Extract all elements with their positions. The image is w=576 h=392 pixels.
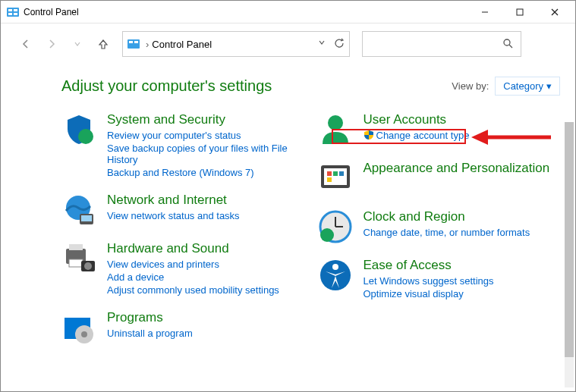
- category-system-security: System and Security Review your computer…: [61, 112, 304, 179]
- svg-rect-11: [134, 41, 138, 43]
- close-button[interactable]: [537, 1, 572, 24]
- svg-rect-6: [517, 9, 523, 15]
- category-hardware-sound: Hardware and Sound View devices and prin…: [61, 241, 304, 296]
- clock-icon[interactable]: [318, 209, 353, 244]
- category-link[interactable]: Add a device: [107, 271, 279, 283]
- globe-network-icon[interactable]: [61, 193, 96, 227]
- svg-point-22: [84, 262, 92, 270]
- refresh-icon[interactable]: [334, 38, 345, 51]
- svg-point-26: [81, 331, 87, 337]
- category-title[interactable]: Network and Internet: [107, 193, 240, 208]
- page-heading: Adjust your computer's settings: [61, 77, 272, 95]
- view-by-value: Category: [503, 80, 543, 92]
- view-by-control: View by: Category ▾: [452, 77, 560, 96]
- category-link[interactable]: View devices and printers: [107, 259, 279, 270]
- category-title[interactable]: Hardware and Sound: [107, 241, 279, 256]
- category-network-internet: Network and Internet View network status…: [61, 193, 304, 227]
- link-text: Change account type: [376, 130, 470, 141]
- category-link[interactable]: View network status and tasks: [107, 210, 240, 221]
- title-bar: Control Panel: [1, 1, 575, 24]
- category-clock-region: Clock and Region Change date, time, or n…: [318, 209, 561, 244]
- category-link[interactable]: Save backup copies of your files with Fi…: [107, 143, 304, 165]
- content-area: Adjust your computer's settings View by:…: [1, 60, 575, 391]
- chevron-down-icon: ▾: [546, 80, 552, 92]
- svg-rect-31: [333, 171, 338, 176]
- category-title[interactable]: User Accounts: [364, 112, 470, 127]
- svg-point-39: [332, 264, 338, 270]
- svg-rect-10: [129, 41, 133, 43]
- search-box[interactable]: [362, 31, 521, 57]
- chevron-down-icon[interactable]: [317, 38, 326, 51]
- category-link[interactable]: Let Windows suggest settings: [364, 275, 494, 287]
- svg-point-12: [504, 39, 510, 45]
- address-bar[interactable]: › Control Panel: [122, 31, 350, 57]
- vertical-scrollbar[interactable]: [565, 122, 574, 387]
- svg-point-37: [320, 228, 334, 242]
- svg-rect-29: [324, 168, 347, 185]
- search-icon: [502, 38, 513, 51]
- category-ease-of-access: Ease of Access Let Windows suggest setti…: [318, 258, 561, 300]
- category-link[interactable]: Uninstall a program: [107, 328, 193, 339]
- programs-icon[interactable]: [61, 310, 96, 345]
- category-title[interactable]: Clock and Region: [364, 209, 530, 224]
- category-title[interactable]: Appearance and Personalization: [364, 161, 550, 176]
- accessibility-icon[interactable]: [318, 258, 353, 293]
- view-by-label: View by:: [452, 80, 489, 92]
- svg-rect-2: [14, 9, 17, 11]
- category-link[interactable]: Backup and Restore (Windows 7): [107, 167, 304, 178]
- control-panel-icon: [7, 6, 19, 18]
- minimize-button[interactable]: [467, 1, 502, 24]
- user-account-icon[interactable]: [318, 112, 353, 147]
- category-link[interactable]: Adjust commonly used mobility settings: [107, 284, 279, 296]
- svg-rect-9: [127, 39, 140, 49]
- shield-security-icon[interactable]: [61, 112, 96, 147]
- svg-point-27: [328, 115, 343, 130]
- category-link[interactable]: Review your computer's status: [107, 130, 304, 141]
- up-button[interactable]: [92, 32, 115, 56]
- printer-hardware-icon[interactable]: [61, 241, 96, 276]
- chevron-right-icon[interactable]: ›: [146, 39, 149, 50]
- svg-rect-24: [65, 313, 90, 318]
- link-change-account-type[interactable]: Change account type: [364, 130, 470, 143]
- category-column-right: User Accounts Change account type: [318, 112, 561, 345]
- category-appearance: Appearance and Personalization: [318, 161, 561, 196]
- category-link[interactable]: Optimize visual display: [364, 288, 494, 299]
- svg-line-13: [509, 45, 512, 48]
- svg-rect-32: [339, 171, 344, 176]
- svg-rect-19: [69, 244, 83, 250]
- svg-rect-1: [8, 9, 12, 11]
- category-title[interactable]: Ease of Access: [364, 258, 494, 273]
- back-button[interactable]: [14, 32, 37, 56]
- category-programs: Programs Uninstall a program: [61, 310, 304, 345]
- svg-rect-3: [8, 13, 12, 15]
- svg-rect-4: [14, 13, 17, 15]
- category-title[interactable]: System and Security: [107, 112, 304, 127]
- svg-rect-30: [327, 171, 332, 176]
- window-title: Control Panel: [24, 7, 79, 17]
- appearance-icon[interactable]: [318, 161, 353, 196]
- control-panel-icon: [127, 38, 140, 50]
- breadcrumb-current[interactable]: Control Panel: [152, 39, 212, 50]
- svg-rect-33: [327, 177, 332, 182]
- category-link[interactable]: Change date, time, or number formats: [364, 227, 530, 238]
- category-title[interactable]: Programs: [107, 310, 193, 325]
- forward-button[interactable]: [40, 32, 63, 56]
- scrollbar-thumb[interactable]: [565, 122, 574, 357]
- maximize-button[interactable]: [502, 1, 537, 24]
- recent-locations-button[interactable]: [66, 32, 89, 56]
- category-column-left: System and Security Review your computer…: [61, 112, 304, 345]
- category-user-accounts: User Accounts Change account type: [318, 112, 561, 147]
- view-by-dropdown[interactable]: Category ▾: [495, 77, 560, 96]
- svg-point-14: [78, 129, 93, 144]
- uac-shield-icon: [364, 130, 374, 143]
- svg-rect-17: [81, 215, 92, 221]
- svg-rect-20: [69, 259, 83, 267]
- svg-rect-0: [7, 8, 19, 17]
